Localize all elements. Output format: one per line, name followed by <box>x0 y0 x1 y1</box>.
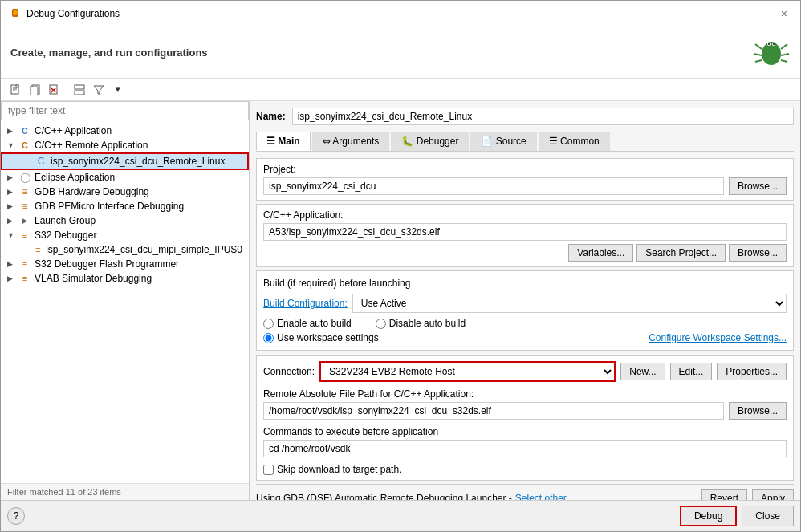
search-project-button[interactable]: Search Project... <box>636 244 726 262</box>
configure-workspace-link[interactable]: Configure Workspace Settings... <box>649 332 787 343</box>
svg-line-13 <box>781 60 787 62</box>
select-other-link[interactable]: Select other... <box>515 493 574 500</box>
project-browse-button[interactable]: Browse... <box>729 177 787 195</box>
config-icon: C <box>35 156 47 167</box>
expand-icon: ▼ <box>7 141 15 149</box>
svg-line-9 <box>754 54 762 55</box>
tab-common-label: ☰ Common <box>549 136 600 147</box>
delete-button[interactable] <box>46 81 63 99</box>
cpp-browse-button[interactable]: Browse... <box>729 244 787 262</box>
skip-download-checkbox[interactable] <box>263 465 274 475</box>
tree-item-gdb-pemicro[interactable]: ▶ ≡ GDB PEMicro Interface Debugging <box>1 199 249 213</box>
tree-view: ▶ C C/C++ Application ▼ C C/C++ Remote A… <box>1 120 249 483</box>
edit-connection-button[interactable]: Edit... <box>670 363 713 380</box>
tree-label: GDB Hardware Debugging <box>35 186 149 197</box>
close-button[interactable]: Close <box>742 506 794 526</box>
remote-path-input[interactable] <box>263 402 724 420</box>
build-title: Build (if required) before launching <box>263 278 787 289</box>
gdb-icon: ≡ <box>18 186 31 197</box>
enable-auto-build-radio[interactable]: Enable auto build <box>263 318 352 329</box>
tree-item-cpp-app[interactable]: ▶ C C/C++ Application <box>1 124 249 138</box>
connection-select[interactable]: S32V234 EVB2 Remote Host <box>319 361 616 382</box>
disable-auto-build-radio[interactable]: Disable auto build <box>376 318 466 329</box>
tree-item-s32-flash[interactable]: ▶ ≡ S32 Debugger Flash Programmer <box>1 257 249 271</box>
window-title: Debug Configurations <box>26 8 120 19</box>
collapse-button[interactable] <box>71 81 88 99</box>
cpp-app-input[interactable] <box>263 223 787 241</box>
svg-rect-24 <box>75 85 84 89</box>
filter-input[interactable] <box>1 101 249 120</box>
tree-label: S32 Debugger <box>35 229 96 241</box>
use-workspace-label: Use workspace settings <box>277 332 379 343</box>
project-input[interactable] <box>263 177 724 195</box>
subtitle-bar: Create, manage, and run configurations <box>1 26 800 79</box>
expand-icon: ▶ <box>7 274 15 282</box>
tree-label: S32 Debugger Flash Programmer <box>35 258 179 270</box>
use-workspace-radio[interactable]: Use workspace settings <box>263 332 379 343</box>
build-config-link[interactable]: Build Configuration: <box>263 298 348 309</box>
tabs-bar: ☰ Main ⇔ Arguments 🐛 Debugger 📄 Source ☰… <box>256 132 794 152</box>
new-config-button[interactable] <box>7 81 25 99</box>
bug-icon <box>752 33 791 71</box>
tree-item-gdb-hw[interactable]: ▶ ≡ GDB Hardware Debugging <box>1 185 249 199</box>
tree-item-cpp-remote[interactable]: ▼ C C/C++ Remote Application <box>1 138 249 152</box>
left-panel: ▶ C C/C++ Application ▼ C C/C++ Remote A… <box>1 101 250 500</box>
skip-download-label: Skip download to target path. <box>277 464 401 475</box>
tree-label: Eclipse Application <box>35 172 115 183</box>
expand-icon: ▼ <box>7 231 15 239</box>
project-label: Project: <box>263 164 787 175</box>
s32-icon: ≡ <box>18 230 31 240</box>
tree-item-s32-mipi[interactable]: ≡ isp_sonyimx224_csi_dcu_mipi_simple_IPU… <box>1 242 249 257</box>
toolbar: ▾ <box>1 79 800 101</box>
tree-label: isp_sonyimx224_csi_dcu_mipi_simple_IPUS0 <box>46 244 242 255</box>
apply-button[interactable]: Apply <box>752 489 794 500</box>
cpp-app-section: C/C++ Application: Variables... Search P… <box>256 204 794 267</box>
expand-icon: ▶ <box>7 188 15 196</box>
tree-item-eclipse[interactable]: ▶ ◯ Eclipse Application <box>1 170 249 185</box>
commands-input[interactable] <box>263 440 787 457</box>
project-section: Project: Browse... <box>256 158 794 201</box>
variables-button[interactable]: Variables... <box>568 244 633 262</box>
remote-icon: C <box>18 140 31 150</box>
tab-source-label: 📄 Source <box>481 136 526 147</box>
filter-button[interactable] <box>90 81 108 99</box>
tree-label: C/C++ Application <box>35 125 112 136</box>
properties-button[interactable]: Properties... <box>717 363 787 380</box>
dropdown-button[interactable]: ▾ <box>109 81 127 99</box>
remote-browse-button[interactable]: Browse... <box>729 402 787 420</box>
expand-icon: ▶ <box>7 202 15 210</box>
build-config-select[interactable]: Use Active <box>352 294 787 313</box>
name-input[interactable] <box>292 108 794 125</box>
right-panel: Name: ☰ Main ⇔ Arguments 🐛 Debugger 📄 So… <box>250 101 800 500</box>
tab-common[interactable]: ☰ Common <box>539 132 610 151</box>
svg-rect-25 <box>75 91 84 95</box>
tab-debugger[interactable]: 🐛 Debugger <box>391 132 469 151</box>
disable-auto-build-label: Disable auto build <box>389 318 466 329</box>
tree-item-launch-group[interactable]: ▶ ► Launch Group <box>1 213 249 228</box>
help-button[interactable]: ? <box>7 507 25 525</box>
toolbar-separator-1 <box>67 83 67 96</box>
cpp-icon: C <box>18 126 31 136</box>
tree-item-vlab[interactable]: ▶ ≡ VLAB Simulator Debugging <box>1 271 249 286</box>
close-window-button[interactable]: × <box>776 6 792 22</box>
debug-button[interactable]: Debug <box>680 506 737 526</box>
svg-rect-20 <box>30 87 38 95</box>
expand-icon: ▶ <box>7 173 15 181</box>
tab-arguments[interactable]: ⇔ Arguments <box>312 132 390 151</box>
tree-label: GDB PEMicro Interface Debugging <box>35 201 184 212</box>
duplicate-button[interactable] <box>26 81 44 99</box>
tab-debugger-label: 🐛 Debugger <box>401 136 458 147</box>
revert-button[interactable]: Revert <box>701 489 747 500</box>
tree-item-isp-selected[interactable]: C isp_sonyimx224_csi_dcu_Remote_Linux <box>1 152 249 170</box>
svg-point-7 <box>773 43 775 45</box>
new-connection-button[interactable]: New... <box>620 363 665 380</box>
tree-label: VLAB Simulator Debugging <box>35 273 152 284</box>
left-footer: Filter matched 11 of 23 items <box>1 483 249 500</box>
svg-point-6 <box>768 43 770 45</box>
tab-main[interactable]: ☰ Main <box>256 132 311 151</box>
name-row: Name: <box>256 108 794 125</box>
svg-marker-26 <box>94 86 104 94</box>
tree-item-s32-debugger[interactable]: ▼ ≡ S32 Debugger <box>1 228 249 242</box>
launcher-text: Using GDB (DSF) Automatic Remote Debuggi… <box>256 493 512 500</box>
tab-source[interactable]: 📄 Source <box>470 132 536 151</box>
